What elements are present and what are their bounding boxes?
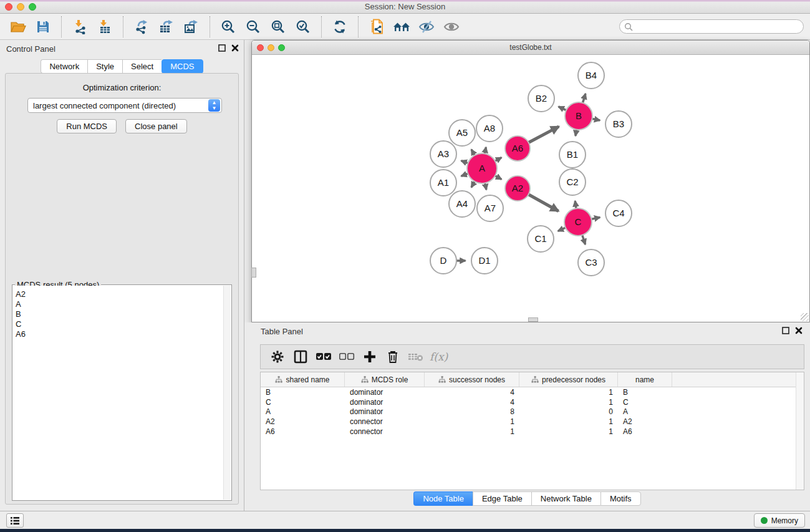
graph-node-A[interactable]: A <box>467 153 497 183</box>
export-network-icon[interactable] <box>129 17 154 37</box>
result-item[interactable]: C <box>16 319 223 329</box>
search-input[interactable] <box>633 22 803 31</box>
tab-motifs[interactable]: Motifs <box>600 491 641 506</box>
column-header-shared-name[interactable]: shared name <box>261 372 345 387</box>
column-header-predecessor-nodes[interactable]: predecessor nodes <box>519 372 618 387</box>
result-item[interactable]: B <box>16 309 223 319</box>
memory-button[interactable]: Memory <box>754 513 805 528</box>
delete-table-icon[interactable] <box>404 347 427 367</box>
close-table-panel-icon[interactable] <box>795 327 803 334</box>
zoom-in-icon[interactable] <box>216 17 241 37</box>
ui-components-button[interactable] <box>6 513 24 528</box>
graph-node-C1[interactable]: C1 <box>528 226 554 252</box>
graph-node-C4[interactable]: C4 <box>605 200 632 226</box>
graph-node-C3[interactable]: C3 <box>578 249 604 276</box>
refresh-icon[interactable] <box>327 17 352 37</box>
table-row[interactable]: A6connector11A6 <box>261 427 804 437</box>
mcds-result-list[interactable]: A2ABCA6 <box>13 286 223 500</box>
close-panel-icon[interactable] <box>231 44 239 52</box>
search-field[interactable] <box>619 19 804 34</box>
graph-node-A6[interactable]: A6 <box>505 136 530 161</box>
function-builder-icon[interactable]: f(x) <box>427 351 448 363</box>
create-column-icon[interactable] <box>358 347 381 367</box>
export-table-icon[interactable] <box>154 17 179 37</box>
result-scrollbar[interactable] <box>223 286 231 500</box>
float-table-panel-icon[interactable] <box>782 327 789 334</box>
tab-style[interactable]: Style <box>87 59 122 74</box>
graph-node-A1[interactable]: A1 <box>430 170 456 196</box>
graph-node-B1[interactable]: B1 <box>559 142 586 168</box>
deselect-all-rows-icon[interactable] <box>335 347 358 367</box>
table-row[interactable]: Adominator80A <box>261 407 804 417</box>
graph-node-B2[interactable]: B2 <box>528 85 554 112</box>
column-header-MCDS-role[interactable]: MCDS role <box>345 372 425 387</box>
export-image-icon[interactable] <box>179 17 204 37</box>
table-scrollbar[interactable] <box>796 372 804 490</box>
resize-grip-icon[interactable] <box>801 313 809 321</box>
edge-A6-B[interactable] <box>528 127 559 143</box>
tab-select[interactable]: Select <box>122 59 162 74</box>
show-all-icon[interactable] <box>439 17 464 37</box>
tab-edge-table[interactable]: Edge Table <box>473 491 531 506</box>
graph-node-B4[interactable]: B4 <box>578 62 604 89</box>
tab-node-table[interactable]: Node Table <box>413 491 473 506</box>
graph-node-D[interactable]: D <box>430 248 456 274</box>
table-row[interactable]: Cdominator41C <box>261 397 804 407</box>
save-session-icon[interactable] <box>31 17 55 37</box>
new-network-from-selection-icon[interactable] <box>364 17 389 37</box>
zoom-fit-icon[interactable] <box>266 17 291 37</box>
result-item[interactable]: A <box>16 299 223 309</box>
graph-node-C[interactable]: C <box>564 208 592 236</box>
table-row[interactable]: Bdominator41B <box>261 387 804 397</box>
zoom-selected-icon[interactable] <box>291 17 316 37</box>
graph-node-A8[interactable]: A8 <box>476 115 503 142</box>
left-scroll-handle[interactable] <box>251 268 256 278</box>
network-window-titlebar[interactable]: testGlobe.txt <box>252 41 809 55</box>
criterion-select[interactable]: largest connected component (directed) ▲… <box>27 98 222 113</box>
import-network-icon[interactable] <box>67 17 92 37</box>
result-item[interactable]: A2 <box>16 289 223 299</box>
network-canvas[interactable]: AA1A2A3A4A5A6A7A8BB1B2B3B4CC1C2C3C4DD1 <box>253 56 809 321</box>
svg-text:C4: C4 <box>612 208 624 218</box>
run-mcds-button[interactable]: Run MCDS <box>57 119 117 133</box>
tab-network-table[interactable]: Network Table <box>531 491 600 506</box>
close-panel-button[interactable]: Close panel <box>125 119 187 133</box>
graph-node-A4[interactable]: A4 <box>449 191 475 217</box>
show-column-icon[interactable] <box>289 347 312 367</box>
edge-A2-C[interactable] <box>528 194 559 211</box>
graph-node-C2[interactable]: C2 <box>559 169 586 195</box>
svg-text:A7: A7 <box>485 203 496 213</box>
hide-selected-icon[interactable] <box>414 17 439 37</box>
graph-node-B[interactable]: B <box>565 102 592 130</box>
cell-shared-name: A6 <box>261 427 345 436</box>
graph-node-B3[interactable]: B3 <box>605 111 632 137</box>
import-table-icon[interactable] <box>92 17 117 37</box>
graph-node-A3[interactable]: A3 <box>430 141 456 167</box>
cell-predecessor-nodes: 1 <box>519 417 618 426</box>
cell-name: A6 <box>618 427 672 436</box>
open-file-icon[interactable] <box>6 17 31 37</box>
zoom-out-icon[interactable] <box>241 17 266 37</box>
cell-name: A <box>618 407 672 416</box>
result-item[interactable]: A6 <box>16 329 223 339</box>
tab-network[interactable]: Network <box>41 59 87 74</box>
column-header-successor-nodes[interactable]: successor nodes <box>425 372 519 387</box>
graph-node-A5[interactable]: A5 <box>449 120 475 146</box>
first-neighbors-icon[interactable] <box>389 17 414 37</box>
table-body[interactable]: Bdominator41BCdominator41CAdominator80AA… <box>261 387 804 436</box>
select-all-rows-icon[interactable] <box>312 347 335 367</box>
table-options-icon[interactable] <box>266 347 289 367</box>
tab-mcds[interactable]: MCDS <box>162 59 203 74</box>
cell-MCDS-role: dominator <box>345 398 425 407</box>
cell-successor-nodes: 1 <box>425 417 519 426</box>
delete-columns-icon[interactable] <box>381 347 404 367</box>
graph-node-D1[interactable]: D1 <box>471 248 498 274</box>
bottom-scroll-handle[interactable] <box>528 317 538 322</box>
graph-node-A7[interactable]: A7 <box>477 195 503 221</box>
float-panel-icon[interactable] <box>218 44 226 52</box>
column-header-name[interactable]: name <box>618 372 672 387</box>
table-row[interactable]: A2connector11A2 <box>261 417 804 427</box>
table-panel-title: Table Panel <box>261 327 303 336</box>
network-graph[interactable]: AA1A2A3A4A5A6A7A8BB1B2B3B4CC1C2C3C4DD1 <box>253 56 809 321</box>
graph-node-A2[interactable]: A2 <box>505 176 530 201</box>
